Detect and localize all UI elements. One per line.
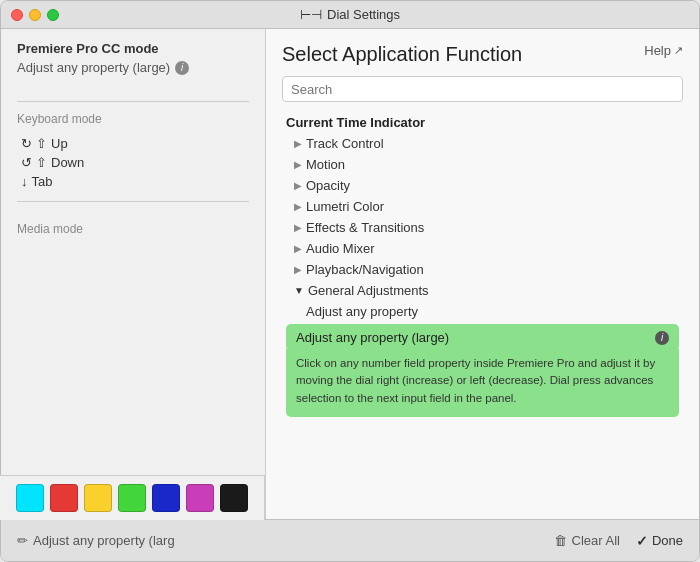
tab-icon: ↓	[21, 174, 28, 189]
titlebar: ⊢⊣ Dial Settings	[1, 1, 699, 29]
keyboard-label-tab: Tab	[32, 174, 53, 189]
function-list: Current Time Indicator ▶ Track Control ▶…	[282, 112, 683, 505]
redo-icon: ↻	[21, 136, 32, 151]
right-title: Select Application Function	[282, 43, 522, 66]
right-header: Select Application Function Help ↗	[282, 43, 683, 66]
window-title: ⊢⊣ Dial Settings	[300, 7, 400, 22]
main-content: Premiere Pro CC mode Adjust any property…	[1, 29, 699, 519]
list-item-lumetri[interactable]: ▶ Lumetri Color	[282, 196, 683, 217]
chevron-right-icon-7: ▶	[294, 264, 302, 275]
bottom-bar: ✏ Adjust any property (larg 🗑 Clear All …	[1, 519, 699, 561]
left-panel: Premiere Pro CC mode Adjust any property…	[1, 29, 266, 519]
media-mode-label: Media mode	[17, 222, 249, 236]
highlighted-item-text: Adjust any property (large)	[296, 330, 449, 345]
bottom-left: ✏ Adjust any property (larg	[17, 533, 175, 548]
edit-icon: ✏	[17, 533, 28, 548]
chevron-right-icon: ▶	[294, 138, 302, 149]
trash-icon: 🗑	[554, 533, 567, 548]
swatch-yellow[interactable]	[84, 484, 112, 512]
minimize-button[interactable]	[29, 9, 41, 21]
done-label: Done	[652, 533, 683, 548]
list-item-opacity[interactable]: ▶ Opacity	[282, 175, 683, 196]
clear-all-button[interactable]: 🗑 Clear All	[554, 533, 620, 548]
undo-icon: ↺	[21, 155, 32, 170]
window: ⊢⊣ Dial Settings Premiere Pro CC mode Ad…	[0, 0, 700, 562]
help-link[interactable]: Help ↗	[644, 43, 683, 58]
swatch-cyan[interactable]	[16, 484, 44, 512]
highlighted-container: Adjust any property (large) i Click on a…	[286, 324, 679, 417]
list-item-effects[interactable]: ▶ Effects & Transitions	[282, 217, 683, 238]
done-button[interactable]: ✓ Done	[636, 533, 683, 549]
chevron-right-icon-3: ▶	[294, 180, 302, 191]
keyboard-mode-label: Keyboard mode	[17, 112, 249, 126]
list-item-motion[interactable]: ▶ Motion	[282, 154, 683, 175]
dial-icon: ⊢⊣	[300, 7, 322, 22]
swatch-magenta[interactable]	[186, 484, 214, 512]
list-item-track-control[interactable]: ▶ Track Control	[282, 133, 683, 154]
edit-label: Adjust any property (larg	[33, 533, 175, 548]
chevron-down-icon: ▼	[294, 285, 304, 296]
traffic-lights	[11, 9, 59, 21]
mode-label: Premiere Pro CC mode	[17, 41, 249, 56]
close-button[interactable]	[11, 9, 23, 21]
shift-icon-2: ⇧	[36, 155, 47, 170]
divider-2	[17, 201, 249, 202]
chevron-right-icon-6: ▶	[294, 243, 302, 254]
info-badge-highlighted[interactable]: i	[655, 331, 669, 345]
sub-item-adjust[interactable]: Adjust any property	[282, 301, 683, 322]
keyboard-label-up: Up	[51, 136, 68, 151]
section-header: Current Time Indicator	[282, 112, 683, 133]
chevron-right-icon-2: ▶	[294, 159, 302, 170]
bottom-right: 🗑 Clear All ✓ Done	[554, 533, 684, 549]
description-box: Click on any number field property insid…	[286, 349, 679, 417]
clear-all-label: Clear All	[572, 533, 620, 548]
list-item-general[interactable]: ▼ General Adjustments	[282, 280, 683, 301]
swatch-blue[interactable]	[152, 484, 180, 512]
external-link-icon: ↗	[674, 44, 683, 57]
check-icon: ✓	[636, 533, 648, 549]
keyboard-item-down: ↺ ⇧ Down	[17, 153, 249, 172]
keyboard-item-tab: ↓ Tab	[17, 172, 249, 191]
keyboard-label-down: Down	[51, 155, 84, 170]
keyboard-item-up: ↻ ⇧ Up	[17, 134, 249, 153]
swatch-black[interactable]	[220, 484, 248, 512]
list-item-audio[interactable]: ▶ Audio Mixer	[282, 238, 683, 259]
selected-property: Adjust any property (large) i	[17, 60, 249, 75]
swatch-red[interactable]	[50, 484, 78, 512]
info-badge[interactable]: i	[175, 61, 189, 75]
shift-icon: ⇧	[36, 136, 47, 151]
chevron-right-icon-5: ▶	[294, 222, 302, 233]
chevron-right-icon-4: ▶	[294, 201, 302, 212]
divider-1	[17, 101, 249, 102]
maximize-button[interactable]	[47, 9, 59, 21]
swatch-green[interactable]	[118, 484, 146, 512]
search-input[interactable]	[282, 76, 683, 102]
right-panel: Select Application Function Help ↗ Curre…	[266, 29, 699, 519]
highlighted-item[interactable]: Adjust any property (large) i	[286, 324, 679, 351]
list-item-playback[interactable]: ▶ Playback/Navigation	[282, 259, 683, 280]
